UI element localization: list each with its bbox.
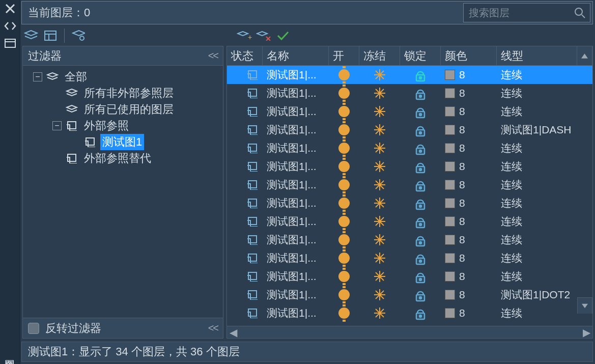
table-row[interactable]: 测试图1|...8连续 xyxy=(227,139,592,157)
table-row[interactable]: 测试图1|...8连续 xyxy=(227,176,592,194)
color-cell[interactable]: 8 xyxy=(441,66,497,84)
tree-node[interactable]: 所有非外部参照层 xyxy=(25,85,221,101)
col-freeze[interactable]: 冻结 xyxy=(359,46,400,65)
on-cell[interactable] xyxy=(329,66,359,84)
lock-cell[interactable] xyxy=(400,157,441,176)
on-cell[interactable] xyxy=(329,176,359,194)
table-row[interactable]: 测试图1|...8连续 xyxy=(227,84,592,102)
col-linetype[interactable]: 线型 xyxy=(497,46,577,65)
table-row[interactable]: 测试图1|...8连续 xyxy=(227,249,592,267)
on-cell[interactable] xyxy=(329,212,359,231)
color-cell[interactable]: 8 xyxy=(441,212,497,231)
table-row[interactable]: 测试图1|...8连续 xyxy=(227,212,592,231)
col-lock[interactable]: 锁定 xyxy=(400,46,441,65)
lock-cell[interactable] xyxy=(400,212,441,231)
freeze-cell[interactable] xyxy=(359,66,400,84)
lock-cell[interactable] xyxy=(400,66,441,84)
color-cell[interactable]: 8 xyxy=(441,249,497,267)
col-status[interactable]: 状态 xyxy=(227,46,263,65)
freeze-cell[interactable] xyxy=(359,176,400,194)
lock-cell[interactable] xyxy=(400,139,441,157)
col-name[interactable]: 名称 xyxy=(263,46,329,65)
apply-icon[interactable] xyxy=(275,28,291,43)
freeze-cell[interactable] xyxy=(359,231,400,249)
color-cell[interactable]: 8 xyxy=(441,176,497,194)
color-cell[interactable]: 8 xyxy=(441,102,497,121)
invert-filter-checkbox[interactable] xyxy=(28,323,39,334)
on-cell[interactable] xyxy=(329,194,359,212)
search-input[interactable]: 搜索图层 xyxy=(463,3,590,22)
lock-cell[interactable] xyxy=(400,176,441,194)
tree-node-all[interactable]: − 全部 xyxy=(25,69,221,85)
freeze-cell[interactable] xyxy=(359,157,400,176)
lock-cell[interactable] xyxy=(400,267,441,286)
color-cell[interactable]: 8 xyxy=(441,84,497,102)
on-cell[interactable] xyxy=(329,286,359,304)
col-on[interactable]: 开 xyxy=(329,46,359,65)
collapse-icon[interactable]: − xyxy=(33,72,42,81)
color-cell[interactable]: 8 xyxy=(441,139,497,157)
on-cell[interactable] xyxy=(329,157,359,176)
layer-filter-icon[interactable] xyxy=(43,28,58,43)
table-row[interactable]: 测试图1|...8连续 xyxy=(227,304,592,322)
freeze-cell[interactable] xyxy=(359,194,400,212)
search-icon[interactable] xyxy=(570,7,590,18)
on-cell[interactable] xyxy=(329,139,359,157)
lock-cell[interactable] xyxy=(400,121,441,139)
on-cell[interactable] xyxy=(329,267,359,286)
table-row[interactable]: 测试图1|...8连续 xyxy=(227,66,592,84)
table-row[interactable]: 测试图1|...8连续 xyxy=(227,102,592,121)
freeze-cell[interactable] xyxy=(359,249,400,267)
collapse-filter-footer-icon[interactable]: << xyxy=(208,322,218,334)
tree-node[interactable]: 外部参照替代 xyxy=(25,150,221,166)
col-color[interactable]: 颜色 xyxy=(441,46,497,65)
tree-node[interactable]: 测试图1 xyxy=(25,134,221,150)
lock-cell[interactable] xyxy=(400,84,441,102)
freeze-cell[interactable] xyxy=(359,121,400,139)
on-cell[interactable] xyxy=(329,231,359,249)
table-row[interactable]: 测试图1|...8连续 xyxy=(227,231,592,249)
color-cell[interactable]: 8 xyxy=(441,157,497,176)
lock-cell[interactable] xyxy=(400,286,441,304)
table-row[interactable]: 测试图1|...8连续 xyxy=(227,194,592,212)
table-row[interactable]: 测试图1|...8测试图1|DASH xyxy=(227,121,592,139)
freeze-cell[interactable] xyxy=(359,286,400,304)
collapse-icon[interactable]: − xyxy=(52,121,62,130)
color-cell[interactable]: 8 xyxy=(441,267,497,286)
table-row[interactable]: 测试图1|...8测试图1|DOT2 xyxy=(227,286,592,304)
color-cell[interactable]: 8 xyxy=(441,121,497,139)
panel-icon[interactable] xyxy=(3,36,18,51)
delete-layer-icon[interactable] xyxy=(256,28,271,43)
color-cell[interactable]: 8 xyxy=(441,194,497,212)
scroll-left-icon[interactable]: ◀ xyxy=(227,326,239,339)
on-cell[interactable] xyxy=(329,84,359,102)
table-row[interactable]: 测试图1|...8连续 xyxy=(227,267,592,286)
dock-toggle-icon[interactable] xyxy=(3,18,18,34)
close-icon[interactable] xyxy=(3,1,18,16)
scroll-down-icon[interactable] xyxy=(577,297,592,314)
freeze-cell[interactable] xyxy=(359,139,400,157)
freeze-cell[interactable] xyxy=(359,84,400,102)
on-cell[interactable] xyxy=(329,121,359,139)
lock-cell[interactable] xyxy=(400,231,441,249)
color-cell[interactable]: 8 xyxy=(441,304,497,322)
lock-cell[interactable] xyxy=(400,194,441,212)
scroll-right-icon[interactable]: ▶ xyxy=(580,326,592,339)
tree-node[interactable]: 所有已使用的图层 xyxy=(25,101,221,118)
collapse-filter-icon[interactable]: << xyxy=(208,50,218,62)
color-cell[interactable]: 8 xyxy=(441,231,497,249)
on-cell[interactable] xyxy=(329,249,359,267)
layer-states-icon[interactable] xyxy=(23,28,39,43)
freeze-cell[interactable] xyxy=(359,267,400,286)
lock-cell[interactable] xyxy=(400,304,441,322)
layer-settings-icon[interactable] xyxy=(71,28,86,43)
on-cell[interactable] xyxy=(329,304,359,322)
freeze-cell[interactable] xyxy=(359,212,400,231)
tree-node-xref[interactable]: − 外部参照 xyxy=(25,118,221,134)
color-cell[interactable]: 8 xyxy=(441,286,497,304)
new-layer-icon[interactable]: + xyxy=(237,28,252,43)
lock-cell[interactable] xyxy=(400,102,441,121)
scroll-up-icon[interactable] xyxy=(577,46,592,65)
lock-cell[interactable] xyxy=(400,249,441,267)
horizontal-scrollbar[interactable]: ◀ ▶ xyxy=(227,326,592,338)
